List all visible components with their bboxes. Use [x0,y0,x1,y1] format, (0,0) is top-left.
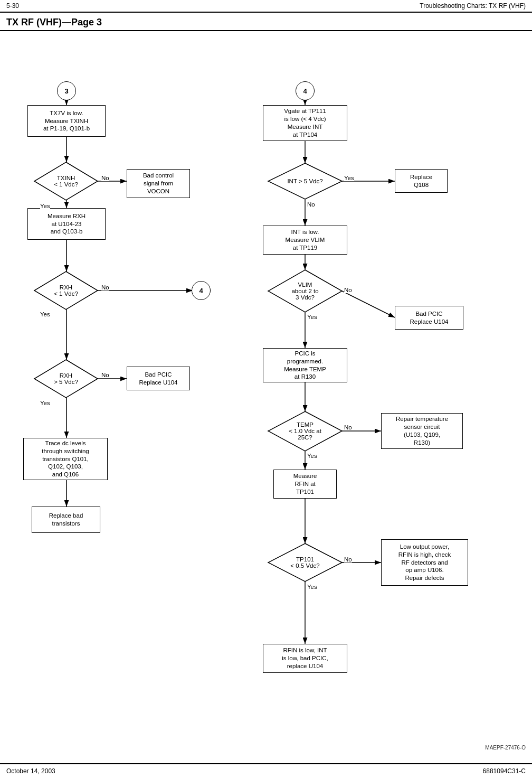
box-int-low: INT is low. Measure VLIM at TP119 [263,226,347,255]
label-rxh1-yes: Yes [40,311,50,317]
box-trace-dc: Trace dc levels through switching transi… [23,438,108,480]
box-bad-control: Bad control signal from VOCON [127,169,190,198]
label-vlim-no: No [344,287,352,293]
footer-doc-number: 6881094C31-C [483,767,526,775]
label-temp-yes: Yes [307,453,317,459]
box-bad-pcic-left: Bad PCIC Replace U104 [127,367,190,390]
diamond-int-label: INT > 5 Vdc? [268,173,342,189]
label-rxh5-yes: Yes [40,400,50,406]
label-vlim-yes: Yes [307,314,317,320]
svg-marker-29 [268,411,342,451]
circle-4-right: 4 [296,81,315,100]
diamond-vlim-label: VLIM about 2 to 3 Vdc? [268,278,342,304]
svg-marker-30 [268,543,342,582]
label-int-no: No [307,201,315,208]
box-measure-rxh: Measure RXH at U104-23 and Q103-b [27,208,106,240]
svg-marker-26 [34,360,98,398]
label-txinh-yes: Yes [40,203,50,209]
label-temp-no: No [344,424,352,430]
box-measure-rfin: Measure RFIN at TP101 [273,470,337,499]
diagram-area: 3 4 4 TX7V is low. Measure TXINH at P1-1… [0,31,532,755]
header-page-number: 5-30 [6,2,19,10]
svg-marker-27 [268,163,342,199]
diamond-tp101-label: TP101 < 0.5 Vdc? [268,551,342,574]
label-rxh5-no: No [101,372,109,378]
box-pcic: PCIC is programmed. Measure TEMP at R130 [263,348,347,382]
box-replace-bad: Replace bad transistors [32,507,100,533]
box-low-output: Low output power, RFIN is high, check RF… [381,539,468,586]
box-rfin-low: RFIN is low, INT is low, bad PCIC, repla… [263,644,347,673]
diamond-rxh1-label: RXH < 1 Vdc? [34,280,98,301]
svg-marker-24 [34,162,98,200]
box-bad-pcic-right: Bad PCIC Replace U104 [395,306,463,330]
label-int-yes: Yes [344,175,354,181]
box-replace-q108: Replace Q108 [395,169,448,193]
footer-date: October 14, 2003 [6,767,55,775]
box-repair-temp: Repair temperature sensor circuit (U103,… [381,413,463,449]
label-rxh1-no: No [101,284,109,290]
label-tp101-no: No [344,556,352,563]
label-tp101-yes: Yes [307,584,317,590]
label-txinh-no: No [101,175,109,181]
page-footer: October 14, 2003 6881094C31-C [0,763,532,778]
svg-line-16 [342,291,395,317]
svg-marker-28 [268,270,342,312]
diamond-rxh5-label: RXH > 5 Vdc? [34,368,98,389]
circle-3: 3 [57,81,76,100]
diamond-temp-label: TEMP < 1.0 Vdc at 25C? [268,418,342,444]
header-section-title: Troubleshooting Charts: TX RF (VHF) [420,2,526,10]
box-vgate: Vgate at TP111 is low (< 4 Vdc) Measure … [263,105,347,141]
watermark: MAEPF-27476-O [485,745,526,751]
page-title: TX RF (VHF)—Page 3 [0,13,532,31]
page-header: 5-30 Troubleshooting Charts: TX RF (VHF) [0,0,532,13]
svg-marker-25 [34,271,98,310]
diamond-txinh-label: TXINH < 1 Vdc? [34,171,98,192]
box-tx7v: TX7V is low. Measure TXINH at P1-19, Q10… [27,105,106,137]
circle-4-left: 4 [192,281,211,300]
